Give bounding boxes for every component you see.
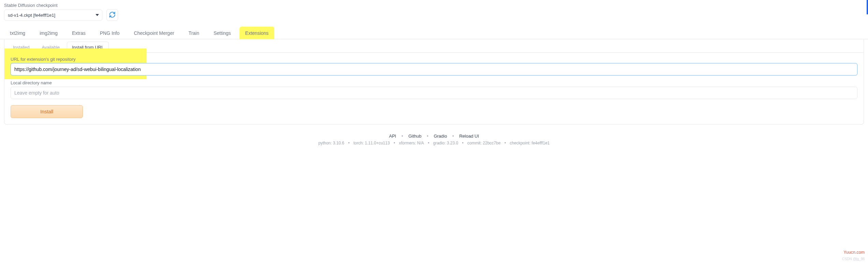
watermark-csdn: CSDN @jg_98 — [842, 257, 865, 261]
meta-python: python: 3.10.6 — [318, 141, 344, 145]
footer-link-api[interactable]: API — [389, 134, 396, 139]
tab-checkpoint-merger[interactable]: Checkpoint Merger — [128, 27, 180, 39]
extensions-panel: Installed Available Install from URL URL… — [4, 39, 864, 125]
meta-commit: commit: 22bcc7be — [467, 141, 501, 145]
sub-tab-installed[interactable]: Installed — [8, 42, 34, 53]
footer-meta: python: 3.10.6 • torch: 1.11.0+cu113 • x… — [0, 141, 868, 145]
main-tabs: txt2img img2img Extras PNG Info Checkpoi… — [0, 26, 868, 39]
install-from-url-form: URL for extension's git repository Local… — [4, 53, 864, 118]
extension-url-input[interactable] — [11, 63, 857, 75]
localdir-label: Local directory name — [11, 80, 857, 85]
meta-xformers: xformers: N/A — [399, 141, 424, 145]
localdir-input[interactable] — [11, 87, 857, 99]
sub-tab-available[interactable]: Available — [37, 42, 65, 53]
watermark-site: Yuucn.com — [843, 250, 865, 255]
refresh-checkpoint-button[interactable] — [106, 9, 118, 21]
tab-settings[interactable]: Settings — [208, 27, 237, 39]
checkpoint-dropdown[interactable] — [4, 10, 102, 21]
right-edge-accent — [867, 0, 868, 14]
tab-pnginfo[interactable]: PNG Info — [94, 27, 126, 39]
sub-tab-install-from-url[interactable]: Install from URL — [67, 42, 109, 53]
meta-torch: torch: 1.11.0+cu113 — [353, 141, 390, 145]
extensions-sub-tabs: Installed Available Install from URL — [4, 39, 864, 53]
footer-link-reloadui[interactable]: Reload UI — [459, 134, 479, 139]
tab-txt2img[interactable]: txt2img — [4, 27, 31, 39]
footer-link-gradio[interactable]: Gradio — [434, 134, 447, 139]
tab-extras[interactable]: Extras — [66, 27, 91, 39]
checkpoint-label: Stable Diffusion checkpoint — [4, 3, 864, 8]
tab-img2img[interactable]: img2img — [34, 27, 63, 39]
tab-train[interactable]: Train — [183, 27, 205, 39]
checkpoint-dropdown-value[interactable] — [4, 10, 102, 21]
meta-checkpoint: checkpoint: fe4efff1e1 — [510, 141, 550, 145]
footer: API • Github • Gradio • Reload UI python… — [0, 134, 868, 145]
refresh-icon — [109, 11, 116, 19]
footer-links: API • Github • Gradio • Reload UI — [0, 134, 868, 139]
tab-extensions[interactable]: Extensions — [240, 27, 274, 39]
footer-link-github[interactable]: Github — [408, 134, 421, 139]
header-row: Stable Diffusion checkpoint — [0, 0, 868, 21]
url-label: URL for extension's git repository — [11, 57, 857, 62]
install-button[interactable]: Install — [11, 105, 83, 118]
meta-gradio: gradio: 3.23.0 — [433, 141, 458, 145]
